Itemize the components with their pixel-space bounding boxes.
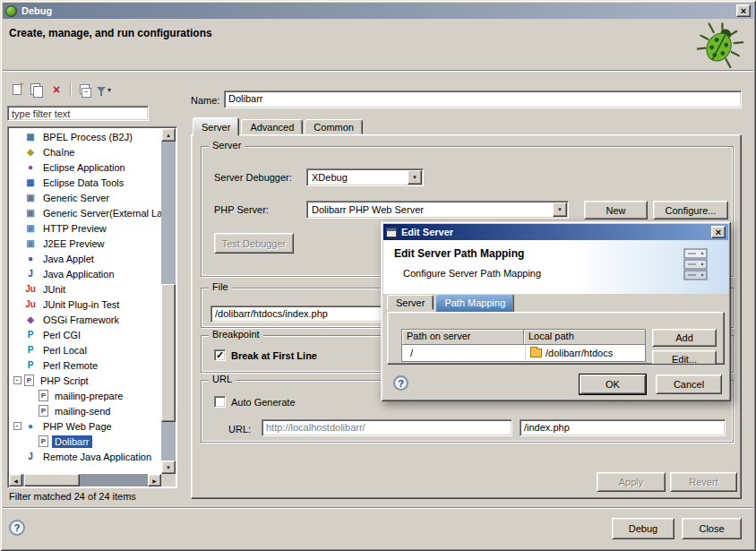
tree-expander-icon[interactable]: - [10, 422, 24, 430]
path-mapping-table: Path on serverLocal path //dolibarr/htdo… [401, 329, 646, 362]
collapse-box-icon[interactable]: - [13, 422, 21, 430]
tree-expander-icon[interactable]: - [10, 376, 24, 384]
filter-launch-configurations-button[interactable]: ▾ [94, 81, 114, 99]
tab-server[interactable]: Server [193, 117, 239, 136]
new-server-button[interactable]: New [584, 201, 648, 220]
break-at-first-line-checkbox[interactable]: ✓ [214, 349, 226, 361]
eclipse-data-tools-icon: ▦ [24, 176, 37, 188]
tree-item-perl-cgi[interactable]: PPerl CGI [10, 327, 161, 342]
tree-item-label: HTTP Preview [40, 222, 109, 235]
tree-item-java-applet[interactable]: ●Java Applet [10, 251, 161, 266]
tree-item-http-preview[interactable]: ▣HTTP Preview [10, 220, 161, 236]
tree-item-label: BPEL Process (B2J) [40, 131, 135, 143]
debug-button[interactable]: Debug [612, 518, 674, 539]
tree-item-generic-server-external-la[interactable]: ▣Generic Server(External La [10, 205, 161, 220]
auto-generate-checkbox[interactable] [214, 396, 226, 408]
collapse-box-icon[interactable]: - [13, 376, 21, 384]
horizontal-scrollbar-thumb[interactable] [24, 474, 80, 486]
main-tabs: ServerAdvancedCommon [193, 117, 365, 136]
php-web-page-icon: ● [24, 420, 37, 432]
scroll-up-icon[interactable]: ▲ [161, 128, 176, 142]
tree-vertical-scrollbar[interactable]: ▲ ▼ [161, 128, 176, 474]
tree-item-generic-server[interactable]: ▣Generic Server [10, 190, 161, 205]
new-configuration-button[interactable] [7, 81, 27, 99]
test-debugger-button[interactable]: Test Debugger [214, 233, 294, 254]
tree-item-perl-local[interactable]: PPerl Local [10, 342, 161, 357]
php-server-combo[interactable]: Dolibarr PHP Web Server ▼ [306, 201, 569, 219]
tree-item-label: JUnit [40, 283, 68, 296]
php-server-label: PHP Server: [214, 204, 269, 215]
tree-item-php-web-page[interactable]: -●PHP Web Page [10, 418, 161, 434]
delete-configuration-button[interactable]: × [47, 81, 66, 99]
server-group-title: Server [209, 140, 245, 151]
dialog-close-icon[interactable]: × [711, 226, 726, 238]
dialog-banner: Edit Server Path Mapping Configure Serve… [383, 240, 728, 294]
mapping-table-body: //dolibarr/htdocs [402, 345, 645, 361]
tree-item-perl-remote[interactable]: PPerl Remote [10, 357, 161, 373]
dialog-help-button[interactable]: ? [393, 375, 408, 391]
window-titlebar[interactable]: Debug × [3, 3, 753, 19]
tree-item-dolibarr[interactable]: PDolibarr [10, 434, 161, 449]
tab-path-mapping[interactable]: Path Mapping [435, 294, 514, 312]
collapse-all-button[interactable] [74, 81, 94, 99]
tree-item-cha-ne[interactable]: ◆Chaîne [10, 144, 161, 159]
mapping-row[interactable]: //dolibarr/htdocs [402, 345, 645, 361]
tree-item-label: OSGi Framework [40, 314, 122, 326]
tree-item-mailing-prepare[interactable]: Pmailing-prepare [10, 388, 161, 403]
chevron-down-icon[interactable]: ▼ [408, 170, 422, 185]
toolbar-separator [70, 83, 71, 97]
tree-item-label: PHP Script [38, 375, 91, 387]
duplicate-icon [30, 83, 43, 97]
tree-item-j2ee-preview[interactable]: ▣J2EE Preview [10, 236, 161, 251]
debug-app-icon [5, 5, 17, 17]
tree-item-eclipse-data-tools[interactable]: ▦Eclipse Data Tools [10, 175, 161, 190]
server-debugger-label: Server Debugger: [214, 172, 292, 183]
filter-input[interactable]: type filter text [7, 106, 149, 121]
base-url-input[interactable]: http://localhostdolibarr/ [262, 419, 512, 436]
cancel-button[interactable]: Cancel [656, 375, 722, 394]
configure-server-button[interactable]: Configure... [653, 201, 728, 220]
tree-item-remote-java-application[interactable]: JRemote Java Application [10, 449, 161, 464]
dialog-window-icon [386, 228, 397, 237]
ok-button[interactable]: OK [580, 375, 646, 394]
tab-common[interactable]: Common [305, 119, 363, 134]
local-path-text: /dolibarr/htdocs [546, 348, 613, 358]
window-close-icon[interactable]: × [736, 4, 751, 17]
tree-horizontal-scrollbar[interactable]: ◀ ▶ [9, 474, 161, 486]
scroll-left-icon[interactable]: ◀ [9, 474, 22, 486]
edit-mapping-button[interactable]: Edit... [652, 350, 717, 365]
scroll-right-icon[interactable]: ▶ [148, 474, 161, 486]
tree-item-osgi-framework[interactable]: ◆OSGi Framework [10, 312, 161, 327]
column-header-local-path[interactable]: Local path [524, 330, 645, 345]
chevron-down-icon[interactable]: ▼ [553, 202, 567, 217]
junit-plugin-test-icon: Ju [24, 298, 37, 310]
java-applet-icon: ● [24, 253, 37, 264]
add-mapping-button[interactable]: Add [652, 329, 717, 347]
tree-item-bpel-process-b2j[interactable]: ▦BPEL Process (B2J) [10, 129, 161, 144]
duplicate-configuration-button[interactable] [27, 81, 47, 99]
vertical-scrollbar-thumb[interactable] [161, 284, 176, 422]
tree-item-eclipse-application[interactable]: ●Eclipse Application [10, 159, 161, 175]
name-input[interactable]: Dolibarr [224, 90, 742, 108]
tree-item-java-application[interactable]: JJava Application [10, 266, 161, 281]
new-config-icon [13, 84, 21, 95]
tree-item-mailing-send[interactable]: Pmailing-send [10, 403, 161, 418]
tab-advanced[interactable]: Advanced [241, 119, 303, 134]
dialog-titlebar[interactable]: Edit Server × [383, 224, 728, 240]
tree-item-junit[interactable]: JuJUnit [10, 281, 161, 297]
tree-item-label: Java Applet [40, 253, 97, 265]
column-header-path-on-server[interactable]: Path on server [402, 330, 524, 345]
tab-server[interactable]: Server [387, 295, 434, 310]
tree-item-label: Eclipse Application [40, 161, 128, 174]
url-path-input[interactable]: /index.php [520, 419, 726, 436]
tree-item-junit-plug-in-test[interactable]: JuJUnit Plug-in Test [10, 297, 161, 312]
tree-item-label: Perl CGI [40, 329, 83, 341]
path-on-server-cell: / [402, 345, 526, 361]
scroll-down-icon[interactable]: ▼ [161, 461, 176, 474]
close-button[interactable]: Close [682, 518, 742, 539]
server-debugger-combo[interactable]: XDebug ▼ [306, 168, 424, 186]
tree-item-php-script[interactable]: -PPHP Script [10, 373, 161, 388]
help-button[interactable]: ? [9, 520, 25, 536]
revert-button[interactable]: Revert [670, 472, 737, 492]
apply-button[interactable]: Apply [597, 472, 666, 492]
